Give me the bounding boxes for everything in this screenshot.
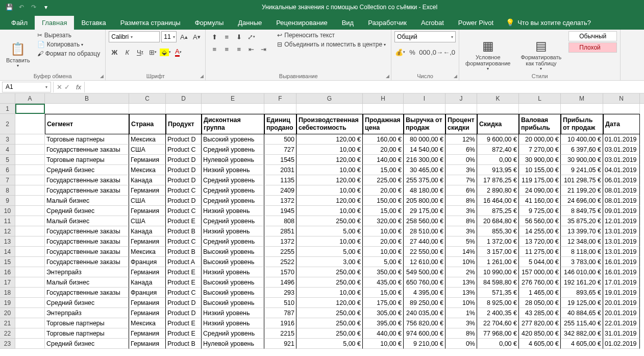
table-cell[interactable]: 120,00 € bbox=[296, 298, 363, 308]
table-cell[interactable]: Product E bbox=[166, 216, 202, 226]
table-cell[interactable]: 140,00 € bbox=[363, 155, 404, 165]
table-cell[interactable]: 9 210,00 € bbox=[404, 339, 445, 349]
alignment-launcher[interactable]: ◢ bbox=[386, 74, 389, 79]
row-header-23[interactable]: 23 bbox=[0, 339, 15, 349]
table-cell[interactable]: 21 199,20 € bbox=[561, 185, 603, 196]
table-cell[interactable]: 157 000,00 € bbox=[519, 267, 561, 277]
table-cell[interactable]: 16 464,00 € bbox=[477, 196, 519, 206]
table-header[interactable]: Продукт bbox=[166, 114, 202, 134]
tab-page-layout[interactable]: Разметка страницы bbox=[113, 16, 188, 30]
align-top-button[interactable]: ⬆ bbox=[209, 31, 220, 42]
table-cell[interactable]: 5 044,00 € bbox=[519, 257, 561, 267]
cell[interactable] bbox=[15, 318, 45, 328]
conditional-formatting-button[interactable]: ▦ Условное форматирование▾ bbox=[462, 31, 513, 79]
table-header[interactable]: Прибыль от продаж bbox=[561, 114, 603, 134]
table-cell[interactable]: Германия bbox=[129, 308, 166, 318]
table-cell[interactable]: 8% bbox=[445, 196, 477, 206]
table-cell[interactable]: Средний бизнес bbox=[45, 165, 129, 175]
table-cell[interactable]: 14 255,00 € bbox=[519, 226, 561, 236]
cell[interactable] bbox=[15, 206, 45, 216]
col-header-E[interactable]: E bbox=[202, 93, 264, 103]
format-as-table-button[interactable]: ▤ Форматировать как таблицу▾ bbox=[517, 31, 564, 79]
col-header-L[interactable]: L bbox=[519, 93, 561, 103]
table-cell[interactable]: Малый бизнес bbox=[45, 216, 129, 226]
row-header-4[interactable]: 4 bbox=[0, 145, 15, 155]
formula-input[interactable] bbox=[84, 82, 644, 92]
table-cell[interactable]: Германия bbox=[129, 206, 166, 216]
qat-customize[interactable]: ▾ bbox=[41, 2, 51, 12]
table-header[interactable]: Скидка bbox=[477, 114, 519, 134]
table-cell[interactable]: 146 010,00 € bbox=[561, 267, 603, 277]
table-cell[interactable]: США bbox=[129, 216, 166, 226]
table-cell[interactable]: 250,00 € bbox=[296, 308, 363, 318]
table-cell[interactable]: Product C bbox=[166, 206, 202, 216]
col-header-M[interactable]: M bbox=[561, 93, 603, 103]
table-cell[interactable]: 09.01.2019 bbox=[603, 206, 640, 216]
cell[interactable] bbox=[296, 104, 363, 114]
tab-powerpivot[interactable]: Power Pivot bbox=[451, 16, 501, 30]
cell[interactable] bbox=[15, 175, 45, 185]
cell[interactable] bbox=[15, 185, 45, 196]
table-cell[interactable]: 2% bbox=[445, 267, 477, 277]
bold-button[interactable]: Ж bbox=[109, 46, 120, 58]
table-cell[interactable]: 571,35 € bbox=[477, 288, 519, 298]
table-cell[interactable]: 2 890,80 € bbox=[477, 185, 519, 196]
table-cell[interactable]: Мексика bbox=[129, 165, 166, 175]
table-cell[interactable]: Германия bbox=[129, 155, 166, 165]
table-cell[interactable]: 20,00 € bbox=[363, 236, 404, 247]
table-cell[interactable]: Высокий уровень bbox=[202, 134, 264, 145]
cell[interactable] bbox=[15, 277, 45, 288]
table-cell[interactable]: Государственные заказы bbox=[45, 236, 129, 247]
table-cell[interactable]: 250,00 € bbox=[296, 277, 363, 288]
cell[interactable] bbox=[477, 104, 519, 114]
table-cell[interactable]: 12 610,00 € bbox=[404, 257, 445, 267]
table-cell[interactable]: 855,30 € bbox=[477, 226, 519, 236]
table-cell[interactable]: Product E bbox=[166, 267, 202, 277]
table-cell[interactable]: 1 261,00 € bbox=[477, 257, 519, 267]
table-cell[interactable]: 5,00 € bbox=[363, 257, 404, 267]
table-cell[interactable]: 255 375,00 € bbox=[404, 175, 445, 185]
table-cell[interactable]: 13% bbox=[445, 277, 477, 288]
table-cell[interactable]: Product E bbox=[166, 328, 202, 339]
table-cell[interactable]: Франция bbox=[129, 288, 166, 298]
align-right-button[interactable]: ≡ bbox=[233, 43, 244, 55]
cell[interactable] bbox=[15, 236, 45, 247]
table-cell[interactable]: 7% bbox=[445, 175, 477, 185]
table-cell[interactable]: 192 161,20 € bbox=[561, 277, 603, 288]
table-cell[interactable]: 435,00 € bbox=[363, 277, 404, 288]
align-bottom-button[interactable]: ⬇ bbox=[233, 31, 244, 42]
table-cell[interactable]: 10% bbox=[445, 257, 477, 267]
table-cell[interactable]: Product D bbox=[166, 165, 202, 175]
table-cell[interactable]: 0,00 € bbox=[477, 339, 519, 349]
tab-data[interactable]: Данные bbox=[231, 16, 269, 30]
table-cell[interactable]: Высокий уровень bbox=[202, 298, 264, 308]
table-cell[interactable]: США bbox=[129, 145, 166, 155]
table-cell[interactable]: 9 725,00 € bbox=[519, 206, 561, 216]
spreadsheet-grid[interactable]: A B C D E F G H I J K L M N 12СегментСтр… bbox=[0, 93, 644, 356]
row-header-8[interactable]: 8 bbox=[0, 185, 15, 196]
col-header-C[interactable]: C bbox=[129, 93, 166, 103]
table-cell[interactable]: Низкий уровень bbox=[202, 165, 264, 175]
table-cell[interactable]: 293 bbox=[264, 288, 296, 298]
cell[interactable] bbox=[15, 298, 45, 308]
table-cell[interactable]: Низкий уровень bbox=[202, 226, 264, 236]
table-cell[interactable]: 13.01.2019 bbox=[603, 226, 640, 236]
table-cell[interactable]: 84 598,80 € bbox=[477, 277, 519, 288]
table-cell[interactable]: Германия bbox=[129, 339, 166, 349]
redo-button[interactable]: ↷ bbox=[29, 2, 39, 12]
table-cell[interactable]: 19.01.2019 bbox=[603, 288, 640, 298]
table-cell[interactable]: 13 399,70 € bbox=[561, 226, 603, 236]
table-cell[interactable]: 10,00 € bbox=[363, 226, 404, 236]
table-cell[interactable]: 0% bbox=[445, 155, 477, 165]
cell-style-bad[interactable]: Плохой bbox=[568, 42, 617, 53]
table-cell[interactable]: Низкий уровень bbox=[202, 308, 264, 318]
table-cell[interactable]: 48 180,00 € bbox=[404, 185, 445, 196]
align-center-button[interactable]: ≡ bbox=[221, 43, 232, 55]
table-cell[interactable]: США bbox=[129, 196, 166, 206]
table-cell[interactable]: 3% bbox=[445, 318, 477, 328]
table-cell[interactable]: 250,00 € bbox=[296, 267, 363, 277]
table-cell[interactable]: 150,00 € bbox=[363, 196, 404, 206]
copy-button[interactable]: 📄Копировать▾ bbox=[35, 40, 103, 49]
cell[interactable] bbox=[603, 104, 640, 114]
table-cell[interactable]: 10,00 € bbox=[296, 206, 363, 216]
